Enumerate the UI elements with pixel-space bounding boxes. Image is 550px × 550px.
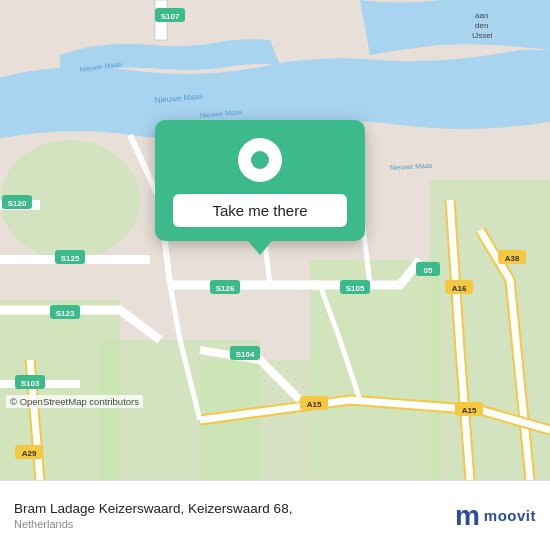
svg-text:S123: S123	[56, 309, 75, 318]
location-subtitle: Netherlands	[14, 518, 292, 530]
bottom-bar: Bram Ladage Keizerswaard, Keizerswaard 6…	[0, 480, 550, 550]
location-info: Bram Ladage Keizerswaard, Keizerswaard 6…	[14, 501, 292, 530]
svg-text:05: 05	[424, 266, 433, 275]
moovit-logo: m moovit	[455, 502, 536, 530]
take-me-there-button[interactable]: Take me there	[173, 194, 347, 227]
svg-text:IJssel: IJssel	[472, 31, 493, 40]
svg-text:S120: S120	[8, 199, 27, 208]
svg-text:A16: A16	[452, 284, 467, 293]
moovit-m-letter: m	[455, 502, 480, 530]
svg-rect-3	[310, 260, 440, 480]
svg-text:S103: S103	[21, 379, 40, 388]
svg-text:A29: A29	[22, 449, 37, 458]
svg-text:A38: A38	[505, 254, 520, 263]
svg-text:aan: aan	[475, 11, 488, 20]
location-pin	[238, 138, 282, 182]
location-title: Bram Ladage Keizerswaard, Keizerswaard 6…	[14, 501, 292, 516]
svg-text:den: den	[475, 21, 488, 30]
map-container: Nieuwe Maas Nieuwe Maas Nieuwe Maas Nieu…	[0, 0, 550, 480]
svg-text:A15: A15	[307, 400, 322, 409]
svg-text:S126: S126	[216, 284, 235, 293]
moovit-wordmark: moovit	[484, 507, 536, 524]
svg-text:S125: S125	[61, 254, 80, 263]
svg-text:A15: A15	[462, 406, 477, 415]
osm-credit: © OpenStreetMap contributors	[6, 395, 143, 408]
svg-text:S105: S105	[346, 284, 365, 293]
popup-card: Take me there	[155, 120, 365, 241]
svg-text:S107: S107	[161, 12, 180, 21]
pin-inner	[251, 151, 269, 169]
svg-text:S104: S104	[236, 350, 255, 359]
